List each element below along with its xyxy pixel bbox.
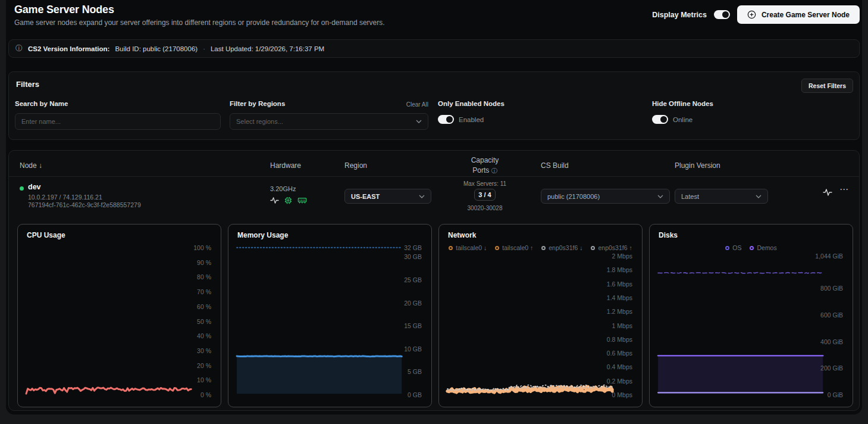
column-header-capacity-ports: Capacity Ports ⓘ	[452, 155, 518, 176]
y-axis-tick: 100 %	[193, 244, 211, 251]
y-axis-tick: 0.6 Mbps	[607, 350, 632, 357]
toggle-knob	[722, 11, 729, 18]
y-axis-tick: 800 GiB	[820, 285, 843, 292]
plugin-version-select[interactable]: Latest	[675, 189, 768, 204]
search-input[interactable]	[15, 113, 221, 130]
enabled-nodes-label: Only Enabled Nodes	[438, 100, 616, 107]
used-memory-line	[237, 356, 402, 357]
reset-filters-button[interactable]: Reset Filters	[801, 79, 853, 93]
y-axis-tick: 0.8 Mbps	[607, 336, 632, 343]
column-header-cs-build: CS Build	[541, 161, 569, 170]
page-title: Game Server Nodes	[14, 4, 114, 16]
regions-label: Filter by Regions	[230, 100, 428, 107]
header-divider	[9, 176, 859, 177]
node-ip-addresses: 10.0.2.197 / 74.129.116.21	[28, 194, 102, 201]
node-name: dev	[28, 183, 41, 191]
capacity-badge: 3 / 4	[474, 189, 496, 201]
y-axis-tick: 1 Mbps	[612, 322, 632, 329]
node-metrics-pulse-icon[interactable]	[823, 188, 832, 199]
region-value: US-EAST	[351, 193, 380, 200]
y-axis-tick: 15 GB	[404, 322, 422, 329]
ports-info-icon[interactable]: ⓘ	[491, 167, 497, 174]
y-axis-tick: 40 %	[197, 332, 211, 339]
demos-capacity-dashed-line	[658, 273, 823, 273]
y-axis-tick: 10 %	[197, 376, 211, 384]
y-axis-tick: 80 %	[197, 273, 211, 280]
used-memory-area	[237, 356, 402, 394]
activity-pulse-icon	[270, 197, 279, 204]
online-state-label: Online	[673, 116, 692, 123]
region-select[interactable]: US-EAST	[344, 189, 431, 204]
y-axis-tick: 0 Mbps	[612, 391, 632, 398]
app-container: Game Server Nodes Game server nodes expa…	[6, 0, 862, 414]
cpu-speed: 3.20GHz	[270, 185, 296, 192]
y-axis-tick: 400 GiB	[820, 338, 843, 345]
disks-chart: Disks OSDemos 1,044 GiB800 GiB600 GiB400…	[649, 224, 853, 407]
row-menu-button[interactable]: ⋯	[839, 184, 849, 195]
y-axis-tick: 5 GB	[408, 368, 422, 375]
y-axis-tick: 1.6 Mbps	[607, 280, 632, 288]
toggle-knob	[446, 116, 453, 123]
y-axis-tick: 2 Mbps	[612, 252, 632, 260]
y-axis-tick: 0.4 Mbps	[607, 363, 632, 370]
info-icon: ⓘ	[15, 43, 23, 54]
separator-dot: ·	[203, 45, 205, 52]
page-subtitle: Game server nodes expand your server off…	[14, 18, 385, 27]
filter-by-regions-field: Filter by Regions Clear All Select regio…	[230, 100, 428, 130]
clear-all-link[interactable]: Clear All	[406, 101, 428, 108]
version-info-label: CS2 Version Information:	[28, 45, 109, 52]
y-axis-tick: 32 GB	[404, 244, 422, 251]
last-updated-text: Last Updated: 1/29/2026, 7:16:37 PM	[211, 45, 324, 52]
ports-range-text: 30020-30028	[452, 205, 518, 211]
column-header-region: Region	[344, 161, 367, 170]
online-status-dot	[20, 186, 24, 191]
filters-title: Filters	[16, 80, 39, 89]
chevron-down-icon	[657, 195, 663, 198]
cpu-usage-line	[26, 388, 191, 394]
enabled-nodes-toggle[interactable]	[438, 115, 454, 124]
y-axis-tick: 20 GB	[404, 300, 422, 307]
column-header-hardware: Hardware	[270, 161, 301, 170]
y-axis-tick: 0 %	[200, 391, 211, 398]
y-axis-tick: 50 %	[197, 318, 211, 325]
y-axis-tick: 30 GB	[404, 253, 422, 260]
y-axis-tick: 10 GB	[404, 345, 422, 353]
cs-build-value: public (21708006)	[547, 193, 600, 200]
node-header-label: Node	[20, 161, 37, 170]
create-game-server-node-button[interactable]: Create Game Server Node	[737, 5, 860, 24]
y-axis-tick: 1.2 Mbps	[607, 308, 632, 315]
search-label: Search by Name	[15, 100, 221, 107]
toggle-knob	[660, 116, 667, 123]
create-button-label: Create Game Server Node	[762, 11, 850, 19]
cs-build-select[interactable]: public (21708006)	[541, 189, 670, 204]
cpu-usage-chart: CPU Usage 100 %90 %80 %70 %60 %50 %40 %3…	[17, 224, 221, 407]
y-axis-tick: 1.4 Mbps	[607, 294, 632, 301]
memory-ram-icon	[297, 197, 307, 204]
y-axis-tick: 600 GiB	[820, 311, 843, 319]
regions-select[interactable]: Select regions...	[230, 113, 428, 130]
display-metrics-toggle[interactable]	[714, 10, 730, 19]
hardware-status-icons	[270, 196, 307, 205]
build-id-text: Build ID: public (21708006)	[115, 45, 198, 52]
y-axis-tick: 1.8 Mbps	[607, 266, 632, 273]
enabled-state-label: Enabled	[459, 116, 484, 123]
cpu-chip-icon	[284, 196, 293, 205]
plus-circle-icon	[747, 10, 756, 19]
y-axis-tick: 90 %	[197, 259, 211, 266]
chevron-down-icon	[419, 195, 425, 198]
hide-offline-nodes-field: Hide Offline Nodes Online	[652, 100, 831, 124]
max-servers-text: Max Servers: 11	[452, 180, 518, 187]
chart-plot	[228, 225, 431, 407]
cs2-version-info-bar: ⓘ CS2 Version Information: Build ID: pub…	[8, 39, 860, 58]
regions-placeholder: Select regions...	[236, 118, 283, 125]
column-header-node[interactable]: Node ↓	[20, 161, 42, 170]
offline-nodes-toggle[interactable]	[652, 115, 668, 124]
y-axis-tick: 0.2 Mbps	[607, 378, 632, 385]
y-axis-tick: 60 %	[197, 303, 211, 310]
y-axis-tick: 0 GiB	[828, 391, 843, 398]
chart-plot	[18, 225, 221, 407]
only-enabled-nodes-field: Only Enabled Nodes Enabled	[438, 100, 616, 124]
chevron-down-icon	[756, 195, 762, 198]
y-axis-tick: 1,044 GiB	[815, 252, 843, 260]
search-by-name-field: Search by Name	[15, 100, 221, 130]
